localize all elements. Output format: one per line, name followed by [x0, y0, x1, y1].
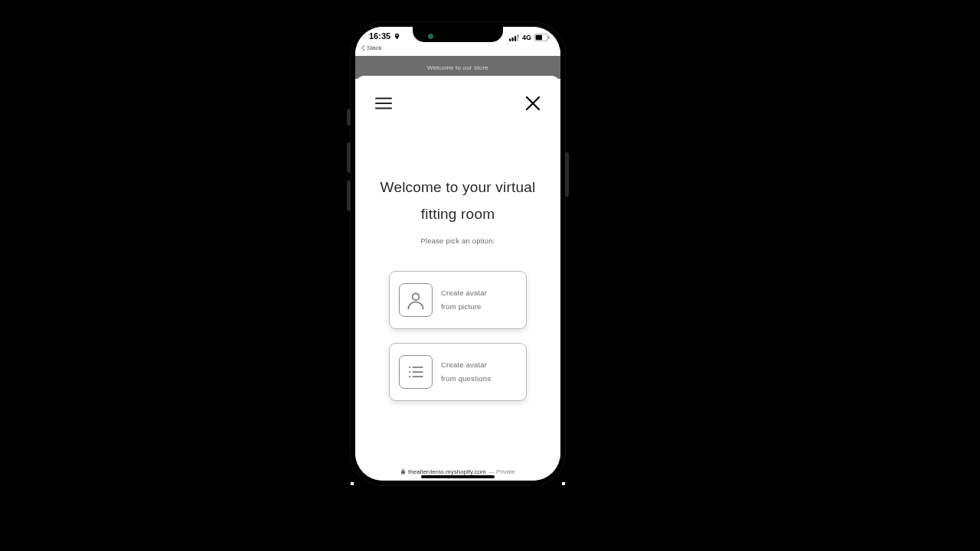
option-label-line-2: from questions: [441, 374, 491, 383]
battery-icon: [534, 34, 550, 41]
chevron-left-icon: [361, 45, 366, 51]
svg-rect-1: [511, 37, 513, 41]
signal-icon: !: [509, 34, 519, 41]
screen: 16:35 ! 4G: [355, 27, 560, 481]
browser-address-bar[interactable]: thealterdemo.myshopify.com — Private: [355, 462, 560, 481]
close-button[interactable]: [525, 96, 541, 111]
back-app-row: Slack: [355, 48, 560, 56]
modal-sheet: Welcome to your virtual fitting room Ple…: [355, 76, 560, 481]
title-line-2: fitting room: [421, 206, 495, 222]
browser-domain: thealterdemo.myshopify.com: [408, 468, 486, 475]
svg-point-14: [409, 367, 410, 368]
svg-rect-6: [536, 35, 542, 41]
back-to-app-label: Slack: [367, 44, 382, 51]
svg-point-13: [413, 294, 420, 301]
svg-point-16: [409, 371, 410, 373]
status-bar: 16:35 ! 4G: [355, 27, 560, 48]
sheet-body: Welcome to your virtual fitting room Ple…: [355, 111, 560, 462]
browser-private-label: — Private: [488, 468, 515, 475]
questions-list-icon: [399, 355, 433, 389]
phone-frame: 16:35 ! 4G: [351, 22, 565, 485]
title-line-1: Welcome to your virtual: [381, 179, 536, 195]
status-right: ! 4G: [509, 34, 550, 41]
network-label: 4G: [522, 34, 531, 41]
status-time: 16:35: [369, 31, 390, 41]
avatar-picture-icon: [399, 283, 433, 317]
back-to-app[interactable]: Slack: [361, 44, 382, 51]
option-create-from-picture[interactable]: Create avatar from picture: [389, 271, 527, 329]
svg-point-18: [409, 376, 410, 377]
notch: [413, 27, 503, 42]
option-label-line-1: Create avatar: [441, 360, 487, 369]
close-icon: [525, 96, 541, 111]
power-button: [565, 152, 569, 197]
sheet-header: [355, 76, 560, 111]
hamburger-icon: [375, 96, 392, 110]
option-label-line-1: Create avatar: [441, 289, 487, 297]
option-label-line-2: from picture: [441, 302, 482, 311]
svg-rect-7: [548, 36, 550, 39]
option-label: Create avatar from questions: [441, 358, 491, 386]
option-list: Create avatar from picture: [389, 271, 527, 401]
option-label: Create avatar from picture: [441, 286, 487, 314]
location-icon: [394, 33, 400, 40]
svg-rect-20: [401, 471, 405, 474]
mute-switch: [347, 109, 351, 126]
option-create-from-questions[interactable]: Create avatar from questions: [389, 343, 527, 401]
svg-rect-2: [514, 36, 516, 41]
store-banner-text: Welcome to our store: [427, 64, 488, 71]
speck: [562, 482, 565, 485]
camera-indicator-icon: [428, 34, 433, 39]
speck: [351, 482, 354, 485]
menu-button[interactable]: [375, 96, 392, 110]
home-indicator[interactable]: [421, 475, 495, 478]
lock-icon: [400, 468, 406, 474]
volume-down-button: [347, 181, 351, 211]
svg-rect-0: [509, 38, 511, 41]
sheet-subtitle: Please pick an option:: [420, 236, 495, 245]
sheet-title: Welcome to your virtual fitting room: [381, 174, 536, 227]
volume-up-button: [347, 142, 351, 173]
status-left: 16:35: [369, 31, 400, 41]
